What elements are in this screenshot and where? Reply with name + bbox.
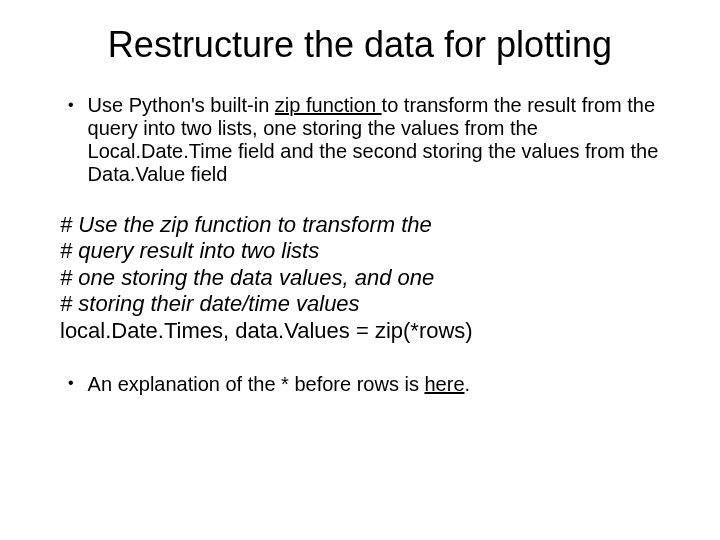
bullet2-pre: An explanation of the * before rows is [88, 373, 425, 395]
bullet-marker-2: • [68, 372, 74, 394]
code-comment-1: # Use the zip function to transform the [60, 212, 670, 238]
bullet-item-2: • An explanation of the * before rows is… [68, 372, 670, 396]
code-comment-3: # one storing the data values, and one [60, 265, 670, 291]
bullet-section-2: • An explanation of the * before rows is… [50, 372, 670, 396]
zip-function-link[interactable]: zip function [275, 94, 382, 116]
bullet-text-1: Use Python's built-in zip function to tr… [88, 94, 670, 186]
bullet2-post: . [465, 373, 471, 395]
bullet1-pre: Use Python's built-in [88, 94, 275, 116]
bullet-item-1: • Use Python's built-in zip function to … [50, 94, 670, 186]
code-block: # Use the zip function to transform the … [50, 212, 670, 344]
slide-title: Restructure the data for plotting [50, 24, 670, 66]
code-statement: local.Date.Times, data.Values = zip(*row… [60, 318, 670, 344]
code-comment-4: # storing their date/time values [60, 291, 670, 317]
bullet-section-1: • Use Python's built-in zip function to … [50, 94, 670, 186]
bullet-marker: • [68, 94, 74, 116]
code-comment-2: # query result into two lists [60, 238, 670, 264]
here-link[interactable]: here [424, 373, 464, 395]
bullet-text-2: An explanation of the * before rows is h… [88, 372, 670, 396]
